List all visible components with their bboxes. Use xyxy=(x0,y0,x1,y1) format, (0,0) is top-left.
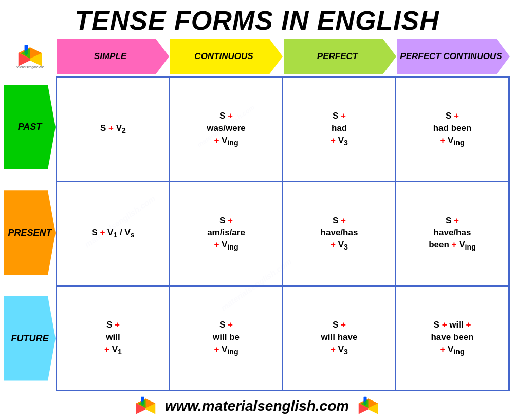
cell-present-simple: S + V1 / Vs xyxy=(57,181,170,285)
header-continuous: CONTINUOUS xyxy=(170,39,283,74)
cell-past-perfect: S +had+ V3 xyxy=(283,77,396,181)
cell-present-perfect: S +have/has+ V3 xyxy=(283,181,396,285)
cell-present-perfect-continuous: S +have/hasbeen + Ving xyxy=(396,181,509,285)
row-label-future: FUTURE xyxy=(4,285,56,391)
cell-past-perfect-continuous: S +had been+ Ving xyxy=(396,77,509,181)
row-label-present: PRESENT xyxy=(4,180,56,286)
cell-present-continuous: S +am/is/are+ Ving xyxy=(170,181,283,285)
right-side: SIMPLE CONTINUOUS PERFECT PERFECT CONTIN… xyxy=(56,39,510,391)
logo-icon: materialsenglish.com xyxy=(16,44,44,69)
svg-text:materialsenglish.com: materialsenglish.com xyxy=(16,65,44,69)
page-wrapper: TENSE FORMS IN ENGLISH materialsenglish.… xyxy=(0,0,514,420)
cell-future-perfect-continuous: S + will +have been+ Ving xyxy=(396,286,509,390)
cell-past-simple: S + V2 xyxy=(57,77,170,181)
cell-past-continuous: S +was/were+ Ving xyxy=(170,77,283,181)
cell-future-simple: S +will+ V1 xyxy=(57,286,170,390)
header-simple: SIMPLE xyxy=(57,39,169,74)
page-title: TENSE FORMS IN ENGLISH xyxy=(0,0,514,39)
logo-top: materialsenglish.com xyxy=(4,39,56,74)
grid-wrapper: materialsenglish.com materialsenglish.co… xyxy=(56,74,510,391)
footer-logo-right-icon xyxy=(357,395,380,417)
content-area: materialsenglish.com PAST PRESENT FUTURE… xyxy=(0,39,514,391)
footer-logo-icon xyxy=(134,395,157,417)
website-label: www.materialsenglish.com xyxy=(165,398,349,414)
left-column: materialsenglish.com PAST PRESENT FUTURE xyxy=(4,39,56,391)
header-perfect: PERFECT xyxy=(284,39,396,74)
header-row: SIMPLE CONTINUOUS PERFECT PERFECT CONTIN… xyxy=(56,39,510,74)
tense-grid: S + V2 S +was/were+ Ving S +had+ V3 xyxy=(56,76,510,391)
row-label-past: PAST xyxy=(4,74,56,180)
header-perfect-continuous: PERFECT CONTINUOUS xyxy=(397,39,510,74)
footer: www.materialsenglish.com xyxy=(0,391,514,420)
cell-future-perfect: S +will have+ V3 xyxy=(283,286,396,390)
cell-future-continuous: S +will be+ Ving xyxy=(170,286,283,390)
